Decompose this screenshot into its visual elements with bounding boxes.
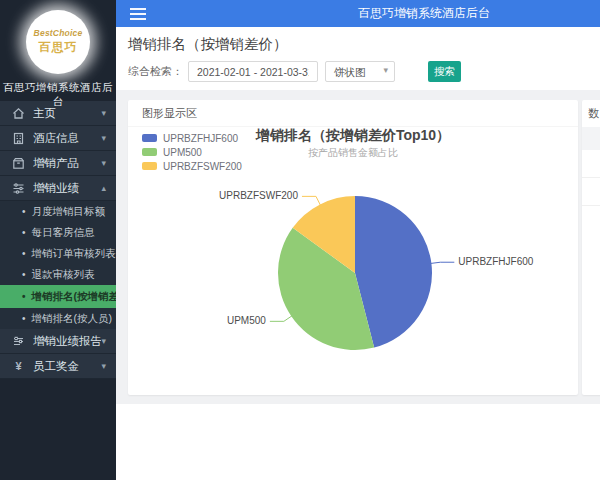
sidebar-subitem-daily-room-info[interactable]: • 每日客房信息: [0, 222, 116, 243]
performance-icon: [12, 182, 25, 195]
topbar-title: 百思巧增销系统酒店后台: [358, 0, 490, 27]
topbar: 百思巧增销系统酒店后台: [116, 0, 600, 27]
submenu-label: 增销订单审核列表: [32, 247, 116, 261]
sidebar-subitem-monthly-target[interactable]: • 月度增销目标额: [0, 201, 116, 222]
bullet-icon: •: [22, 227, 26, 238]
submenu-label: 增销排名(按人员): [32, 312, 113, 326]
data-display-panel-clipped: 数: [582, 100, 600, 395]
legend-swatch: [142, 162, 157, 170]
sidebar-item-home[interactable]: 主页 ▾: [0, 101, 116, 126]
sidebar-subitem-refund-review-list[interactable]: • 退款审核列表: [0, 264, 116, 285]
sidebar-item-label: 酒店信息: [33, 131, 101, 146]
bullet-icon: •: [22, 269, 26, 280]
search-button[interactable]: 搜索: [428, 61, 461, 82]
hotel-icon: [12, 132, 25, 145]
pie-chart[interactable]: UPRBZFHJF600UPM500UPRBZFSWF200: [198, 158, 558, 388]
sidebar-item-label: 员工奖金: [33, 359, 101, 374]
app-window: BestChoice 百思巧 百思巧增销系统酒店后台 主页 ▾ 酒: [0, 0, 600, 480]
sidebar-item-upsell-products[interactable]: 增销产品 ▾: [0, 151, 116, 176]
sidebar-item-label: 增销业绩报告: [33, 334, 101, 349]
right-panel-header: 数: [582, 100, 600, 127]
chevron-down-icon: ▾: [101, 361, 106, 371]
sidebar: BestChoice 百思巧 百思巧增销系统酒店后台 主页 ▾ 酒: [0, 0, 116, 480]
chart-type-select[interactable]: 饼状图 ▾: [325, 61, 395, 82]
sidebar-subitem-ranking-by-person[interactable]: • 增销排名(按人员): [0, 308, 116, 329]
performance-submenu: • 月度增销目标额 • 每日客房信息 • 增销订单审核列表 • 退款审核列表 •: [0, 201, 116, 329]
page-header: 增销排名（按增销差价） 综合检索： 饼状图 ▾ 搜索: [116, 27, 600, 90]
bullet-icon: •: [22, 248, 26, 259]
pie-callout-line: [430, 262, 454, 263]
logo-brand-cn-text: 百思巧: [39, 39, 78, 56]
submenu-label: 月度增销目标额: [32, 205, 106, 219]
chart-display-panel: 图形显示区 UPRBZFHJF600 UPM500 UPRBZFSWF200 增…: [128, 100, 578, 395]
chevron-down-icon: ▾: [101, 336, 106, 346]
table-row-divider: [582, 205, 600, 206]
pie-slice-label: UPRBZFSWF200: [219, 190, 298, 201]
logo-brand-text: BestChoice: [34, 28, 83, 38]
table-row-divider: [582, 177, 600, 178]
sidebar-subitem-order-review-list[interactable]: • 增销订单审核列表: [0, 243, 116, 264]
filter-bar: 综合检索： 饼状图 ▾ 搜索: [128, 61, 461, 82]
chevron-down-icon: ▾: [101, 133, 106, 143]
submenu-label: 每日客房信息: [32, 226, 95, 240]
chart-title: 增销排名（按增销差价Top10）: [128, 127, 578, 145]
yen-icon: ¥: [12, 360, 25, 373]
chart-panel-header: 图形显示区: [128, 100, 578, 127]
pie-slice-label: UPRBZFHJF600: [458, 256, 533, 267]
sidebar-item-employee-bonus[interactable]: ¥ 员工奖金 ▾: [0, 354, 116, 379]
chevron-up-icon: ▴: [101, 183, 106, 193]
table-header-band: [582, 127, 600, 150]
pie-callout-line: [270, 316, 292, 322]
bullet-icon: •: [22, 206, 26, 217]
hamburger-menu-icon[interactable]: [130, 8, 146, 20]
sidebar-item-upsell-performance[interactable]: 增销业绩 ▴: [0, 176, 116, 201]
bullet-icon: •: [22, 313, 26, 324]
sidebar-subitem-ranking-by-margin[interactable]: • 增销排名(按增销差价): [0, 285, 116, 308]
sidebar-menu: 主页 ▾ 酒店信息 ▾ 增销产品 ▾: [0, 101, 116, 379]
page-title: 增销排名（按增销差价）: [116, 27, 600, 54]
chevron-down-icon: ▾: [101, 108, 106, 118]
sidebar-item-label: 增销业绩: [33, 181, 101, 196]
search-label: 综合检索：: [128, 64, 183, 79]
product-icon: [12, 157, 25, 170]
sidebar-item-label: 主页: [33, 106, 101, 121]
sidebar-item-label: 增销产品: [33, 156, 101, 171]
report-icon: [12, 335, 25, 348]
date-range-input[interactable]: [188, 61, 318, 82]
content-area: 图形显示区 UPRBZFHJF600 UPM500 UPRBZFSWF200 增…: [116, 90, 600, 404]
pie-callout-line: [302, 196, 321, 205]
logo-circle: BestChoice 百思巧: [26, 10, 90, 74]
chevron-down-icon: ▾: [383, 65, 388, 75]
chevron-down-icon: ▾: [101, 158, 106, 168]
home-icon: [12, 107, 25, 120]
sidebar-item-performance-report[interactable]: 增销业绩报告 ▾: [0, 329, 116, 354]
pie-slice-label: UPM500: [227, 315, 266, 326]
submenu-label: 退款审核列表: [32, 268, 95, 282]
sidebar-item-hotel-info[interactable]: 酒店信息 ▾: [0, 126, 116, 151]
brand-logo: BestChoice 百思巧 百思巧增销系统酒店后台: [0, 0, 116, 101]
bullet-icon: •: [22, 291, 26, 302]
